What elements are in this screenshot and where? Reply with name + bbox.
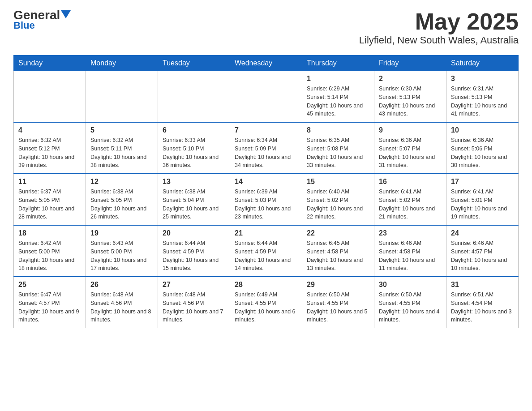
calendar-cell: 5Sunrise: 6:32 AMSunset: 5:11 PMDaylight… [86,122,158,174]
calendar-cell: 23Sunrise: 6:46 AMSunset: 4:58 PMDayligh… [374,225,446,277]
day-info: Sunrise: 6:29 AMSunset: 5:14 PMDaylight:… [307,85,369,118]
day-info: Sunrise: 6:39 AMSunset: 5:03 PMDaylight:… [235,188,297,221]
calendar-cell: 4Sunrise: 6:32 AMSunset: 5:12 PMDaylight… [14,122,86,174]
day-info: Sunrise: 6:36 AMSunset: 5:07 PMDaylight:… [379,136,442,170]
day-info: Sunrise: 6:44 AMSunset: 4:59 PMDaylight:… [235,239,297,273]
calendar-cell: 17Sunrise: 6:41 AMSunset: 5:01 PMDayligh… [446,174,519,225]
calendar-cell: 11Sunrise: 6:37 AMSunset: 5:05 PMDayligh… [14,174,86,225]
logo-triangle-icon [61,10,71,18]
calendar-cell: 27Sunrise: 6:48 AMSunset: 4:56 PMDayligh… [158,277,230,328]
day-info: Sunrise: 6:47 AMSunset: 4:57 PMDaylight:… [18,291,81,324]
day-info: Sunrise: 6:33 AMSunset: 5:10 PMDaylight:… [163,136,225,170]
calendar-cell: 29Sunrise: 6:50 AMSunset: 4:55 PMDayligh… [302,277,374,328]
day-info: Sunrise: 6:38 AMSunset: 5:05 PMDaylight:… [90,188,153,221]
calendar-cell: 7Sunrise: 6:34 AMSunset: 5:09 PMDaylight… [230,122,302,174]
calendar-cell: 12Sunrise: 6:38 AMSunset: 5:05 PMDayligh… [86,174,158,225]
day-info: Sunrise: 6:40 AMSunset: 5:02 PMDaylight:… [307,188,369,221]
day-number: 21 [235,229,297,237]
day-number: 14 [235,178,297,186]
day-info: Sunrise: 6:31 AMSunset: 5:13 PMDaylight:… [451,85,514,118]
calendar-cell: 18Sunrise: 6:42 AMSunset: 5:00 PMDayligh… [14,225,86,277]
calendar-header-sunday: Sunday [14,56,86,71]
svg-marker-0 [61,10,71,18]
calendar-cell: 6Sunrise: 6:33 AMSunset: 5:10 PMDaylight… [158,122,230,174]
day-number: 17 [451,178,514,186]
day-info: Sunrise: 6:41 AMSunset: 5:02 PMDaylight:… [379,188,442,221]
day-number: 2 [379,75,442,83]
calendar-cell: 9Sunrise: 6:36 AMSunset: 5:07 PMDaylight… [374,122,446,174]
calendar-cell: 30Sunrise: 6:50 AMSunset: 4:55 PMDayligh… [374,277,446,328]
day-number: 1 [307,75,369,83]
calendar-header-saturday: Saturday [446,56,519,71]
day-number: 13 [163,178,225,186]
calendar-cell: 22Sunrise: 6:45 AMSunset: 4:58 PMDayligh… [302,225,374,277]
calendar-cell: 24Sunrise: 6:46 AMSunset: 4:57 PMDayligh… [446,225,519,277]
calendar-header-friday: Friday [374,56,446,71]
day-number: 19 [90,229,153,237]
logo-blue-text: Blue [13,20,35,31]
calendar-week-row: 1Sunrise: 6:29 AMSunset: 5:14 PMDaylight… [14,71,519,123]
calendar-cell [158,71,230,123]
day-number: 16 [379,178,442,186]
calendar-week-row: 4Sunrise: 6:32 AMSunset: 5:12 PMDaylight… [14,122,519,174]
calendar-cell: 19Sunrise: 6:43 AMSunset: 5:00 PMDayligh… [86,225,158,277]
title-block: May 2025 Lilyfield, New South Wales, Aus… [359,9,519,46]
calendar-cell: 26Sunrise: 6:48 AMSunset: 4:56 PMDayligh… [86,277,158,328]
page-header: General Blue May 2025 Lilyfield, New Sou… [13,9,519,46]
day-info: Sunrise: 6:32 AMSunset: 5:12 PMDaylight:… [18,136,81,170]
day-number: 27 [163,281,225,289]
day-info: Sunrise: 6:50 AMSunset: 4:55 PMDaylight:… [379,291,442,324]
day-number: 26 [90,281,153,289]
calendar-cell: 16Sunrise: 6:41 AMSunset: 5:02 PMDayligh… [374,174,446,225]
day-number: 10 [451,126,514,134]
day-number: 30 [379,281,442,289]
logo: General Blue [13,9,71,31]
day-number: 6 [163,126,225,134]
calendar-cell: 31Sunrise: 6:51 AMSunset: 4:54 PMDayligh… [446,277,519,328]
calendar-cell: 28Sunrise: 6:49 AMSunset: 4:55 PMDayligh… [230,277,302,328]
day-number: 8 [307,126,369,134]
day-info: Sunrise: 6:36 AMSunset: 5:06 PMDaylight:… [451,136,514,170]
calendar-cell: 13Sunrise: 6:38 AMSunset: 5:04 PMDayligh… [158,174,230,225]
day-number: 7 [235,126,297,134]
day-number: 18 [18,229,81,237]
day-info: Sunrise: 6:46 AMSunset: 4:58 PMDaylight:… [379,239,442,273]
day-info: Sunrise: 6:46 AMSunset: 4:57 PMDaylight:… [451,239,514,273]
calendar-cell: 14Sunrise: 6:39 AMSunset: 5:03 PMDayligh… [230,174,302,225]
calendar-cell [86,71,158,123]
calendar-cell: 1Sunrise: 6:29 AMSunset: 5:14 PMDaylight… [302,71,374,123]
day-info: Sunrise: 6:38 AMSunset: 5:04 PMDaylight:… [163,188,225,221]
day-info: Sunrise: 6:45 AMSunset: 4:58 PMDaylight:… [307,239,369,273]
calendar-cell: 8Sunrise: 6:35 AMSunset: 5:08 PMDaylight… [302,122,374,174]
calendar-header-tuesday: Tuesday [158,56,230,71]
day-info: Sunrise: 6:41 AMSunset: 5:01 PMDaylight:… [451,188,514,221]
calendar-cell: 2Sunrise: 6:30 AMSunset: 5:13 PMDaylight… [374,71,446,123]
calendar-cell: 3Sunrise: 6:31 AMSunset: 5:13 PMDaylight… [446,71,519,123]
day-number: 3 [451,75,514,83]
calendar-cell: 25Sunrise: 6:47 AMSunset: 4:57 PMDayligh… [14,277,86,328]
day-info: Sunrise: 6:48 AMSunset: 4:56 PMDaylight:… [90,291,153,324]
day-number: 28 [235,281,297,289]
calendar-table: SundayMondayTuesdayWednesdayThursdayFrid… [13,55,519,328]
calendar-week-row: 18Sunrise: 6:42 AMSunset: 5:00 PMDayligh… [14,225,519,277]
day-number: 22 [307,229,369,237]
day-info: Sunrise: 6:51 AMSunset: 4:54 PMDaylight:… [451,291,514,324]
day-info: Sunrise: 6:30 AMSunset: 5:13 PMDaylight:… [379,85,442,118]
calendar-week-row: 25Sunrise: 6:47 AMSunset: 4:57 PMDayligh… [14,277,519,328]
day-number: 11 [18,178,81,186]
day-number: 15 [307,178,369,186]
day-number: 4 [18,126,81,134]
day-number: 5 [90,126,153,134]
day-number: 23 [379,229,442,237]
day-number: 29 [307,281,369,289]
day-number: 31 [451,281,514,289]
calendar-header-thursday: Thursday [302,56,374,71]
calendar-week-row: 11Sunrise: 6:37 AMSunset: 5:05 PMDayligh… [14,174,519,225]
calendar-cell: 20Sunrise: 6:44 AMSunset: 4:59 PMDayligh… [158,225,230,277]
day-info: Sunrise: 6:32 AMSunset: 5:11 PMDaylight:… [90,136,153,170]
day-info: Sunrise: 6:35 AMSunset: 5:08 PMDaylight:… [307,136,369,170]
day-info: Sunrise: 6:48 AMSunset: 4:56 PMDaylight:… [163,291,225,324]
day-info: Sunrise: 6:34 AMSunset: 5:09 PMDaylight:… [235,136,297,170]
calendar-header-monday: Monday [86,56,158,71]
day-number: 24 [451,229,514,237]
